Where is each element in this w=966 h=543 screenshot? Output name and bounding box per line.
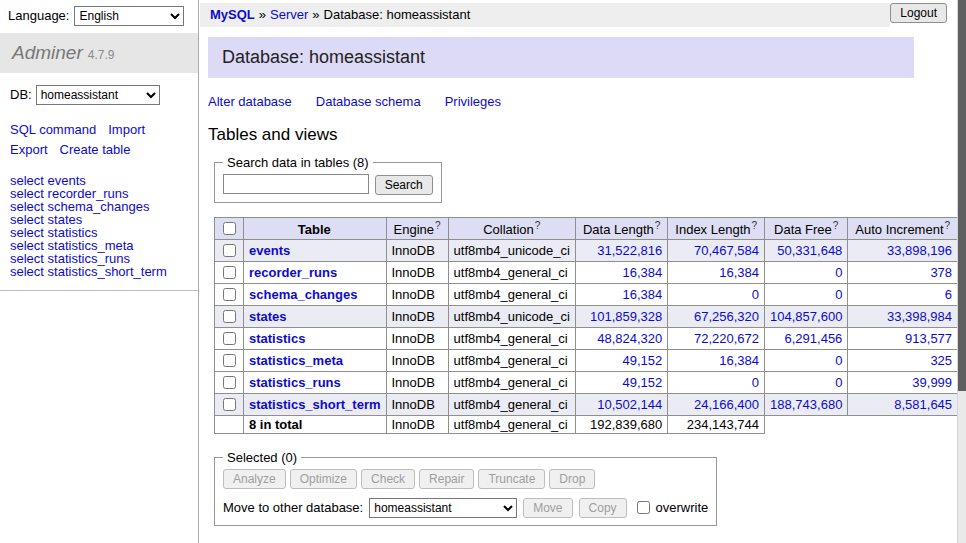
row-checkbox[interactable] <box>223 288 236 301</box>
data-length-link[interactable]: 10,502,144 <box>597 397 662 412</box>
data-free-link[interactable]: 6,291,456 <box>785 331 843 346</box>
copy-button[interactable]: Copy <box>579 498 627 518</box>
index-length-link[interactable]: 16,384 <box>719 353 759 368</box>
column-header[interactable]: Auto Increment? <box>848 217 958 239</box>
table-name-link[interactable]: statistics_runs <box>249 375 341 390</box>
index-length-link[interactable]: 16,384 <box>719 265 759 280</box>
data-length-cell: 16,384 <box>575 283 667 305</box>
column-header[interactable]: Table <box>244 217 387 239</box>
engine-cell: InnoDB <box>386 239 448 261</box>
vertical-scrollbar[interactable] <box>957 0 966 543</box>
search-button[interactable]: Search <box>375 175 433 195</box>
row-checkbox[interactable] <box>223 310 236 323</box>
selected-action-button[interactable]: Truncate <box>478 469 545 489</box>
selected-action-button[interactable]: Repair <box>419 469 474 489</box>
auto-increment-link[interactable]: 6 <box>945 287 952 302</box>
database-action-link[interactable]: Alter database <box>208 94 292 109</box>
help-mark[interactable]: ? <box>752 220 758 231</box>
breadcrumb-mysql-link[interactable]: MySQL <box>210 7 255 22</box>
sidebar-link[interactable]: Create table <box>60 142 131 157</box>
search-input[interactable] <box>223 174 369 194</box>
data-free-link[interactable]: 50,331,648 <box>777 243 842 258</box>
language-select[interactable]: English <box>74 6 184 26</box>
row-checkbox[interactable] <box>223 398 236 411</box>
help-mark[interactable]: ? <box>833 220 839 231</box>
help-mark[interactable]: ? <box>945 220 951 231</box>
selected-action-button[interactable]: Optimize <box>290 469 357 489</box>
sidebar-links-row2: ExportCreate table <box>10 141 188 159</box>
selected-action-button[interactable]: Drop <box>549 469 595 489</box>
db-select[interactable]: homeassistant <box>36 85 160 105</box>
collation-cell: utf8mb4_general_ci <box>448 327 575 349</box>
data-free-link[interactable]: 0 <box>835 353 842 368</box>
selected-action-button[interactable]: Check <box>361 469 415 489</box>
index-length-link[interactable]: 70,467,584 <box>694 243 759 258</box>
data-length-link[interactable]: 49,152 <box>623 375 663 390</box>
row-checkbox[interactable] <box>223 376 236 389</box>
index-length-link[interactable]: 24,166,400 <box>694 397 759 412</box>
table-name-link[interactable]: recorder_runs <box>249 265 337 280</box>
table-name-link[interactable]: statistics <box>249 331 305 346</box>
database-action-link[interactable]: Privileges <box>445 94 501 109</box>
row-checkbox[interactable] <box>223 266 236 279</box>
data-length-link[interactable]: 16,384 <box>623 265 663 280</box>
language-label: Language: <box>8 8 69 23</box>
logout-button[interactable]: Logout <box>890 3 947 23</box>
help-mark[interactable]: ? <box>655 220 661 231</box>
data-length-link[interactable]: 48,824,320 <box>597 331 662 346</box>
table-name-link[interactable]: schema_changes <box>249 287 357 302</box>
auto-increment-cell: 33,898,196 <box>848 239 958 261</box>
scrollbar-thumb[interactable] <box>958 0 966 391</box>
move-database-select[interactable]: homeassistant <box>369 498 517 518</box>
index-length-link[interactable]: 0 <box>752 375 759 390</box>
engine-cell: InnoDB <box>386 371 448 393</box>
auto-increment-link[interactable]: 33,898,196 <box>887 243 952 258</box>
row-checkbox[interactable] <box>223 332 236 345</box>
column-header[interactable]: Data Free? <box>765 217 848 239</box>
column-header[interactable]: Index Length? <box>668 217 765 239</box>
data-length-link[interactable]: 101,859,328 <box>590 309 662 324</box>
sidebar-link[interactable]: Export <box>10 142 48 157</box>
move-button[interactable]: Move <box>523 498 572 518</box>
auto-increment-link[interactable]: 378 <box>930 265 952 280</box>
auto-increment-link[interactable]: 913,577 <box>905 331 952 346</box>
column-header[interactable]: Data Length? <box>575 217 667 239</box>
row-checkbox-cell <box>215 349 244 371</box>
auto-increment-link[interactable]: 8,581,645 <box>894 397 952 412</box>
table-name-link[interactable]: statistics_short_term <box>249 397 381 412</box>
auto-increment-link[interactable]: 325 <box>930 353 952 368</box>
index-length-link[interactable]: 67,256,320 <box>694 309 759 324</box>
sidebar-link[interactable]: SQL command <box>10 122 96 137</box>
sidebar-link[interactable]: Import <box>108 122 145 137</box>
table-name-link[interactable]: states <box>249 309 287 324</box>
help-mark[interactable]: ? <box>435 220 441 231</box>
data-free-link[interactable]: 104,857,600 <box>770 309 842 324</box>
data-free-link[interactable]: 0 <box>835 287 842 302</box>
column-header[interactable]: Engine? <box>386 217 448 239</box>
index-length-link[interactable]: 0 <box>752 287 759 302</box>
data-length-link[interactable]: 16,384 <box>623 287 663 302</box>
auto-increment-cell: 913,577 <box>848 327 958 349</box>
overwrite-checkbox[interactable] <box>637 501 650 514</box>
auto-increment-link[interactable]: 39,999 <box>912 375 952 390</box>
table-name-link[interactable]: statistics_meta <box>249 353 343 368</box>
row-checkbox[interactable] <box>223 354 236 367</box>
column-header[interactable]: Collation? <box>448 217 575 239</box>
auto-increment-link[interactable]: 33,398,984 <box>887 309 952 324</box>
total-checkbox-cell <box>215 415 244 433</box>
sidebar-select-table-link[interactable]: select statistics_short_term <box>10 265 188 278</box>
data-free-link[interactable]: 0 <box>835 265 842 280</box>
data-length-link[interactable]: 49,152 <box>623 353 663 368</box>
data-free-link[interactable]: 0 <box>835 375 842 390</box>
row-checkbox[interactable] <box>223 244 236 257</box>
help-mark[interactable]: ? <box>535 220 541 231</box>
table-name-cell: statistics_runs <box>244 371 387 393</box>
data-length-link[interactable]: 31,522,816 <box>597 243 662 258</box>
breadcrumb-server-link[interactable]: Server <box>270 7 308 22</box>
data-free-link[interactable]: 188,743,680 <box>770 397 842 412</box>
select-all-checkbox[interactable] <box>223 222 236 235</box>
table-name-link[interactable]: events <box>249 243 290 258</box>
selected-action-button[interactable]: Analyze <box>223 469 286 489</box>
database-action-link[interactable]: Database schema <box>316 94 421 109</box>
index-length-link[interactable]: 72,220,672 <box>694 331 759 346</box>
